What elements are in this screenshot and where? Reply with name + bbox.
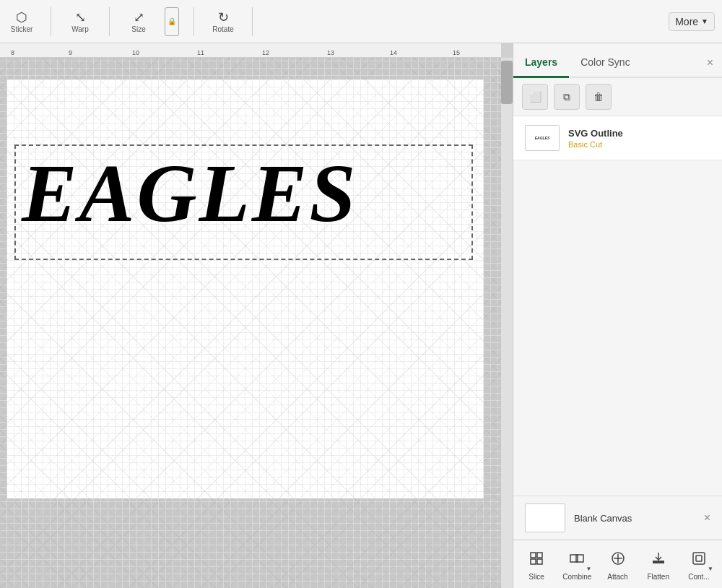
ruler-mark-11: 11 — [197, 49, 204, 56]
canvas-area[interactable]: 8 9 10 11 12 13 14 15 EAGLES — [0, 43, 513, 588]
add-layer-button[interactable]: ⬜ — [522, 84, 548, 110]
sticker-tool[interactable]: ⬡ Sticker — [7, 9, 36, 33]
svg-rect-3 — [537, 559, 542, 564]
more-arrow-icon: ▼ — [701, 17, 708, 25]
scrollbar-vertical[interactable] — [501, 58, 513, 588]
blank-canvas-label: Blank Canvas — [574, 513, 632, 524]
flatten-button[interactable]: Flatten — [638, 546, 679, 585]
separator-3 — [193, 7, 194, 36]
add-icon: ⬜ — [529, 91, 542, 103]
ruler-mark-15: 15 — [453, 49, 460, 56]
layer-subname: Basic Cut — [568, 140, 623, 149]
sticker-icon: ⬡ — [16, 9, 27, 25]
svg-rect-1 — [537, 553, 542, 558]
rotate-icon: ↻ — [218, 9, 229, 25]
sticker-label: Sticker — [11, 25, 33, 33]
svg-rect-2 — [531, 559, 536, 564]
layer-thumbnail-text: EAGLES — [535, 136, 550, 140]
slice-button[interactable]: Slice — [516, 546, 557, 585]
slice-label: Slice — [529, 573, 544, 581]
ruler-mark-12: 12 — [262, 49, 269, 56]
attach-icon — [610, 550, 626, 570]
svg-rect-12 — [696, 555, 702, 561]
combine-icon — [569, 550, 585, 570]
ruler-mark-10: 10 — [132, 49, 139, 56]
slice-icon — [529, 550, 544, 570]
separator-2 — [109, 7, 110, 36]
flatten-label: Flatten — [647, 573, 669, 581]
ruler-mark-14: 14 — [390, 49, 397, 56]
top-toolbar: ⬡ Sticker ⤡ Warp ⤢ Size 🔒 ↻ Rotate More … — [0, 0, 722, 43]
duplicate-icon: ⧉ — [563, 91, 570, 103]
contour-label: Cont... — [688, 573, 709, 581]
contour-button[interactable]: Cont... ▼ — [679, 546, 719, 585]
attach-button[interactable]: Attach — [597, 546, 638, 585]
ruler-mark-8: 8 — [11, 49, 14, 56]
ruler-mark-9: 9 — [69, 49, 72, 56]
svg-rect-0 — [531, 553, 536, 558]
flatten-icon — [651, 550, 666, 570]
delete-icon: 🗑 — [593, 91, 604, 103]
ruler-numbers: 8 9 10 11 12 13 14 15 — [0, 43, 490, 58]
contour-arrow-icon: ▼ — [708, 566, 713, 572]
duplicate-layer-button[interactable]: ⧉ — [554, 84, 580, 110]
panel-close-button[interactable]: × — [698, 49, 722, 77]
ruler-mark-13: 13 — [327, 49, 334, 56]
tab-colorsync[interactable]: Color Sync — [569, 49, 641, 77]
lock-icon: 🔒 — [165, 7, 179, 36]
layer-info: SVG Outline Basic Cut — [568, 128, 623, 149]
separator-4 — [252, 7, 253, 36]
size-icon: ⤢ — [134, 9, 144, 25]
tab-layers[interactable]: Layers — [513, 49, 569, 77]
blank-canvas-item[interactable]: Blank Canvas × — [513, 496, 722, 540]
blank-canvas-thumbnail — [525, 503, 565, 532]
combine-arrow-icon: ▼ — [586, 566, 591, 572]
right-panel: Layers Color Sync × ⬜ ⧉ 🗑 EAGLES — [513, 43, 722, 588]
warp-icon: ⤡ — [75, 9, 86, 25]
panel-spacer — [513, 160, 722, 496]
canvas-main-text: EAGLES — [22, 152, 357, 235]
attach-label: Attach — [607, 573, 627, 581]
canvas-white: EAGLES — [7, 79, 484, 498]
canvas-grid: EAGLES — [0, 58, 501, 588]
warp-label: Warp — [71, 25, 89, 33]
more-button[interactable]: More ▼ — [669, 12, 715, 31]
contour-icon — [691, 550, 707, 570]
separator-1 — [51, 7, 51, 36]
svg-rect-9 — [653, 561, 664, 563]
svg-rect-11 — [693, 553, 705, 564]
more-label: More — [675, 16, 698, 27]
panel-bottom-toolbar: Slice Combine ▼ Attach Flatten — [513, 540, 722, 588]
layer-name: SVG Outline — [568, 128, 623, 139]
rotate-label: Rotate — [212, 25, 233, 33]
layer-thumbnail: EAGLES — [525, 125, 560, 151]
ruler-top: 8 9 10 11 12 13 14 15 — [0, 43, 501, 58]
delete-layer-button[interactable]: 🗑 — [586, 84, 612, 110]
warp-tool[interactable]: ⤡ Warp — [66, 9, 95, 33]
blank-canvas-close-button[interactable]: × — [704, 511, 710, 524]
size-label: Size — [131, 25, 145, 33]
layer-item[interactable]: EAGLES SVG Outline Basic Cut — [513, 116, 722, 160]
scrollbar-thumb[interactable] — [501, 61, 513, 104]
panel-actions: ⬜ ⧉ 🗑 — [513, 78, 722, 116]
main-area: 8 9 10 11 12 13 14 15 EAGLES — [0, 43, 722, 588]
combine-button[interactable]: Combine ▼ — [557, 546, 597, 585]
size-tool[interactable]: ⤢ Size — [124, 9, 153, 33]
panel-tabs: Layers Color Sync × — [513, 43, 722, 78]
rotate-tool[interactable]: ↻ Rotate — [209, 9, 238, 33]
combine-label: Combine — [562, 573, 591, 581]
